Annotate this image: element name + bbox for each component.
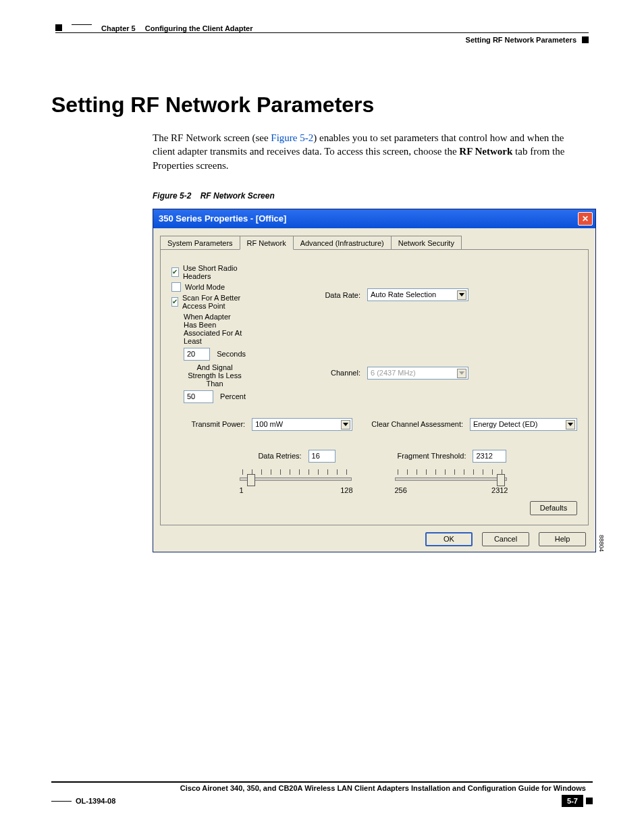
dialog-titlebar[interactable]: 350 Series Properties - [Office] ✕ [153,209,595,228]
page-number-badge: 5-7 [562,795,583,807]
header-accent-box-right [582,36,589,43]
tab-network-security[interactable]: Network Security [391,236,462,249]
defaults-button[interactable]: Defaults [530,501,577,515]
input-seconds[interactable]: 20 [184,348,210,361]
dialog-window: 350 Series Properties - [Office] ✕ Syste… [153,209,596,552]
combo-data-rate[interactable]: Auto Rate Selection [367,288,468,301]
figure-image-id: 88804 [598,535,605,552]
combo-cca[interactable]: Energy Detect (ED) [470,418,577,431]
label-cca: Clear Channel Assessment: [371,420,463,428]
label-fragment-threshold: Fragment Threshold: [398,452,466,460]
checkbox-icon [171,282,181,292]
cancel-button[interactable]: Cancel [482,532,529,546]
help-button[interactable]: Help [539,532,586,546]
tab-system-parameters[interactable]: System Parameters [160,236,240,249]
checkbox-icon: ✔ [171,267,179,277]
combo-channel: 6 (2437 MHz) [367,367,468,380]
label-percent: Percent [220,392,246,400]
chevron-down-icon [459,371,464,375]
dialog-title: 350 Series Properties - [Office] [159,213,286,224]
page-footer: Cisco Aironet 340, 350, and CB20A Wirele… [51,781,593,807]
figure-caption: Figure 5-2 RF Network Screen [153,191,593,201]
scan-line2: And Signal Strength Is Less Than [184,363,246,388]
input-data-retries[interactable]: 16 [308,450,336,463]
slider-thumb[interactable] [247,474,255,486]
tab-advanced[interactable]: Advanced (Infrastructure) [293,236,392,249]
slider-thumb[interactable] [497,474,505,486]
chevron-down-icon [459,293,464,296]
section-title-small: Setting RF Network Parameters [466,36,576,44]
running-header-right: Setting RF Network Parameters [55,36,589,44]
ok-button[interactable]: OK [425,532,473,546]
section-heading: Setting RF Network Parameters [51,93,593,118]
chapter-label: Chapter 5 [101,24,136,32]
scan-line1: When Adapter Has Been Associated For At … [184,313,246,345]
chevron-down-icon [343,423,348,426]
intro-paragraph: The RF Network screen (see Figure 5-2) e… [153,131,589,172]
check-world-mode[interactable]: World Mode [171,282,246,292]
footer-guide-title: Cisco Aironet 340, 350, and CB20A Wirele… [51,784,586,792]
chevron-down-icon [568,423,573,426]
tab-name-bold: RF Network [459,146,512,157]
label-data-retries: Data Retries: [258,452,301,460]
close-icon[interactable]: ✕ [578,212,593,226]
slider-fragment-threshold[interactable]: 256 2312 [395,469,510,494]
header-accent-box [55,24,62,31]
label-seconds: Seconds [217,350,246,358]
dialog-button-row: OK Cancel Help [160,532,589,546]
label-data-rate: Data Rate: [252,291,360,299]
running-header-left: Chapter 5 Configuring the Client Adapter [55,24,589,32]
label-transmit-power: Transmit Power: [171,420,245,428]
slider-data-retries[interactable]: 1 128 [240,469,354,494]
figure-link[interactable]: Figure 5-2 [271,132,313,143]
chapter-title: Configuring the Client Adapter [145,24,253,32]
combo-transmit-power[interactable]: 100 mW [252,418,352,431]
header-rule [55,32,589,33]
label-channel: Channel: [252,369,360,377]
check-short-headers[interactable]: ✔ Use Short Radio Headers [171,264,246,280]
input-fragment-threshold[interactable]: 2312 [473,450,506,463]
checkbox-icon: ✔ [171,297,178,307]
input-percent[interactable]: 50 [184,390,213,403]
tab-panel: Data Rate: Auto Rate Selection ✔ Use Sho… [160,249,589,525]
check-scan-better[interactable]: ✔ Scan For A Better Access Point [171,294,246,310]
tab-rf-network[interactable]: RF Network [240,236,294,250]
footer-doc-id: OL-1394-08 [76,797,115,805]
tab-strip: System Parameters RF Network Advanced (I… [160,235,589,249]
